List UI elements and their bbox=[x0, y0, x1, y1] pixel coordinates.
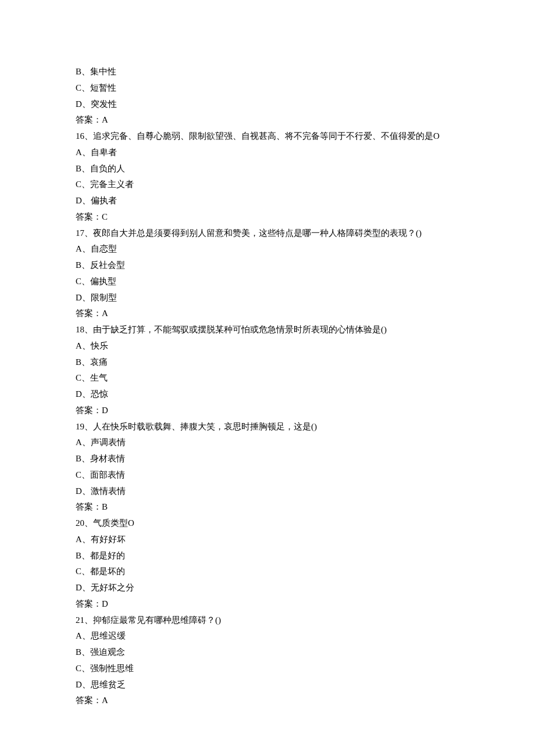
answer-line: 答案：C bbox=[76, 209, 462, 225]
answer-line: 答案：A bbox=[76, 693, 462, 709]
answer-line: 答案：D bbox=[76, 403, 462, 419]
option-line: D、无好坏之分 bbox=[76, 580, 462, 596]
option-line: C、偏执型 bbox=[76, 274, 462, 290]
option-line: D、限制型 bbox=[76, 290, 462, 306]
option-line: A、声调表情 bbox=[76, 435, 462, 451]
option-line: D、思维贫乏 bbox=[76, 677, 462, 693]
question-line: 19、人在快乐时载歌载舞、捧腹大笑，哀思时捶胸顿足，这是() bbox=[76, 419, 462, 435]
answer-line: 答案：D bbox=[76, 596, 462, 612]
option-line: B、强迫观念 bbox=[76, 644, 462, 661]
option-line: B、都是好的 bbox=[76, 548, 462, 564]
option-line: C、强制性思维 bbox=[76, 661, 462, 677]
option-line: B、身材表情 bbox=[76, 451, 462, 467]
option-line: A、有好好坏 bbox=[76, 532, 462, 548]
option-line: B、自负的人 bbox=[76, 161, 462, 177]
option-line: A、思维迟缓 bbox=[76, 628, 462, 644]
answer-line: 答案：B bbox=[76, 499, 462, 515]
option-line: D、偏执者 bbox=[76, 193, 462, 209]
option-line: D、恐惊 bbox=[76, 386, 462, 403]
option-line: A、自恋型 bbox=[76, 241, 462, 257]
option-line: C、都是坏的 bbox=[76, 564, 462, 580]
answer-line: 答案：A bbox=[76, 112, 462, 128]
option-line: D、突发性 bbox=[76, 96, 462, 113]
option-line: B、反社会型 bbox=[76, 257, 462, 274]
option-line: C、面部表情 bbox=[76, 467, 462, 483]
question-line: 17、夜郎自大并总是须要得到别人留意和赞美，这些特点是哪一种人格障碍类型的表现？… bbox=[76, 225, 462, 242]
answer-line: 答案：A bbox=[76, 306, 462, 322]
option-line: C、生气 bbox=[76, 370, 462, 386]
question-line: 20、气质类型O bbox=[76, 515, 462, 532]
question-line: 16、追求完备、自尊心脆弱、限制欲望强、自视甚高、将不完备等同于不行爱、不值得爱… bbox=[76, 128, 462, 145]
document-page: B、集中性 C、短暂性 D、突发性 答案：A 16、追求完备、自尊心脆弱、限制欲… bbox=[0, 0, 535, 756]
option-line: C、完备主义者 bbox=[76, 177, 462, 193]
option-line: A、快乐 bbox=[76, 338, 462, 354]
question-line: 21、抑郁症最常见有哪种思维障碍？() bbox=[76, 612, 462, 629]
option-line: B、哀痛 bbox=[76, 354, 462, 371]
option-line: D、激情表情 bbox=[76, 483, 462, 500]
option-line: A、自卑者 bbox=[76, 145, 462, 161]
option-line: B、集中性 bbox=[76, 64, 462, 80]
option-line: C、短暂性 bbox=[76, 80, 462, 96]
question-line: 18、由于缺乏打算，不能驾驭或摆脱某种可怕或危急情景时所表现的心情体验是() bbox=[76, 322, 462, 338]
